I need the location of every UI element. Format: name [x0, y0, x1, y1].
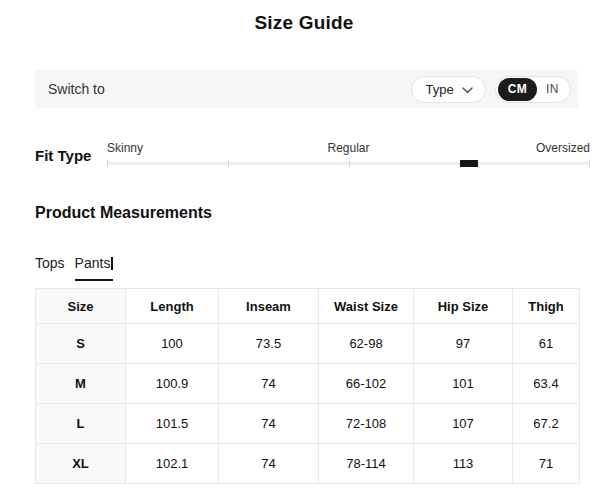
size-cell: XL: [36, 444, 126, 484]
tab-tops[interactable]: Tops: [35, 255, 65, 281]
fit-option-skinny: Skinny: [107, 141, 143, 155]
table-row: M 100.9 74 66-102 101 63.4: [36, 364, 580, 404]
measurement-cell: 66-102: [319, 364, 414, 404]
measurement-cell: 100.9: [126, 364, 219, 404]
chevron-down-icon: [462, 82, 473, 97]
unit-option-in[interactable]: IN: [537, 82, 570, 96]
measurement-cell: 100: [126, 324, 219, 364]
measurement-cell: 71: [513, 444, 580, 484]
type-dropdown-label: Type: [426, 82, 454, 97]
measurement-cell: 67.2: [513, 404, 580, 444]
column-header-thigh: Thigh: [513, 289, 580, 324]
fit-type-tick: [107, 160, 108, 167]
size-cell: M: [36, 364, 126, 404]
fit-type-label: Fit Type: [35, 147, 91, 164]
fit-type-tick: [349, 160, 350, 167]
size-cell: L: [36, 404, 126, 444]
table-row: L 101.5 74 72-108 107 67.2: [36, 404, 580, 444]
switch-bar: Switch to Type CM IN: [35, 70, 578, 108]
fit-type-slider: Skinny Regular Oversized: [107, 141, 590, 173]
measurement-cell: 97: [414, 324, 513, 364]
tab-pants[interactable]: Pants: [75, 255, 114, 281]
category-tabs: Tops Pants: [35, 255, 113, 281]
product-measurements-heading: Product Measurements: [35, 204, 212, 222]
measurement-cell: 74: [219, 404, 319, 444]
measurement-cell: 63.4: [513, 364, 580, 404]
switch-to-label: Switch to: [48, 81, 105, 97]
measurement-cell: 113: [414, 444, 513, 484]
table-header-row: Size Length Inseam Waist Size Hip Size T…: [36, 289, 580, 324]
type-dropdown[interactable]: Type: [411, 76, 486, 103]
table-row: S 100 73.5 62-98 97 61: [36, 324, 580, 364]
measurement-cell: 73.5: [219, 324, 319, 364]
measurement-cell: 74: [219, 444, 319, 484]
fit-type-tick: [589, 160, 590, 167]
column-header-length: Length: [126, 289, 219, 324]
measurement-cell: 101.5: [126, 404, 219, 444]
page-title: Size Guide: [0, 12, 608, 34]
measurement-cell: 61: [513, 324, 580, 364]
measurement-cell: 78-114: [319, 444, 414, 484]
measurement-cell: 72-108: [319, 404, 414, 444]
fit-option-regular: Regular: [327, 141, 369, 155]
measurement-cell: 107: [414, 404, 513, 444]
column-header-inseam: Inseam: [219, 289, 319, 324]
text-cursor: [111, 257, 113, 270]
fit-option-oversized: Oversized: [536, 141, 590, 155]
unit-toggle: CM IN: [495, 76, 571, 103]
column-header-size: Size: [36, 289, 126, 324]
measurement-cell: 74: [219, 364, 319, 404]
fit-type-thumb[interactable]: [460, 160, 478, 167]
measurement-cell: 62-98: [319, 324, 414, 364]
fit-type-tick: [228, 160, 229, 167]
measurement-cell: 102.1: [126, 444, 219, 484]
fit-type-options: Skinny Regular Oversized: [107, 141, 590, 155]
size-cell: S: [36, 324, 126, 364]
size-table: Size Length Inseam Waist Size Hip Size T…: [35, 288, 580, 484]
switch-bar-controls: Type CM IN: [411, 76, 571, 103]
tab-pants-label: Pants: [75, 255, 111, 271]
column-header-waist: Waist Size: [319, 289, 414, 324]
fit-type-track[interactable]: [107, 162, 590, 165]
table-row: XL 102.1 74 78-114 113 71: [36, 444, 580, 484]
unit-option-cm[interactable]: CM: [498, 78, 537, 101]
measurement-cell: 101: [414, 364, 513, 404]
column-header-hip: Hip Size: [414, 289, 513, 324]
